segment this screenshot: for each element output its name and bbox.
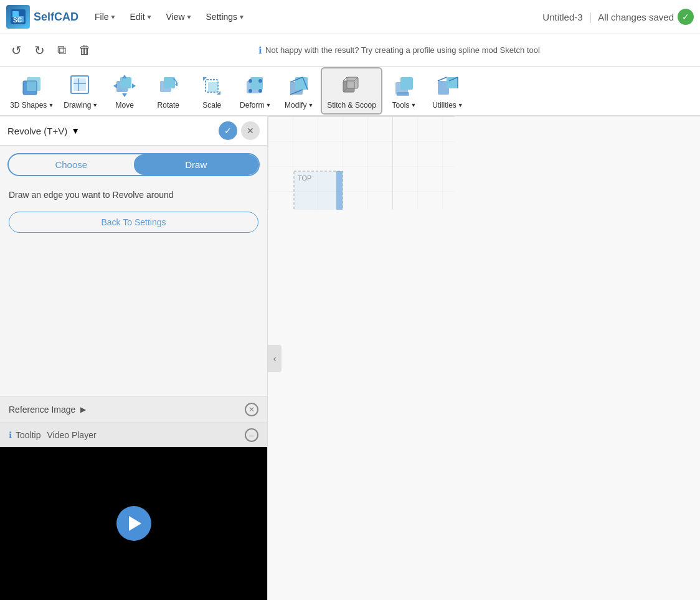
scale-icon (198, 72, 225, 100)
main-layout: Revolve (T+V) ▼ ✓ ✕ Choose Draw Draw an … (0, 116, 700, 600)
document-title: Untitled-3 (542, 12, 582, 22)
choose-button[interactable]: Choose (9, 154, 134, 175)
app-name: SelfCAD (34, 11, 78, 24)
scale-label: Scale (202, 101, 221, 110)
save-status: All changes saved ✓ (598, 9, 694, 25)
deform-label: Deform▼ (240, 101, 271, 110)
tool-3d-shapes[interactable]: 3D Shapes▼ (5, 67, 59, 115)
title-area: Untitled-3 | All changes saved ✓ (542, 9, 694, 25)
svg-rect-39 (447, 77, 458, 88)
drawing-icon (67, 72, 95, 100)
reference-image-expand-icon[interactable]: ▶ (80, 405, 86, 414)
svg-rect-16 (208, 82, 218, 92)
modify-icon (285, 72, 313, 100)
tool-tools[interactable]: Tools▼ (382, 67, 426, 115)
tool-drawing[interactable]: Drawing▼ (59, 67, 103, 115)
view-menu[interactable]: View ▼ (163, 9, 196, 24)
revolve-header: Revolve (T+V) ▼ ✓ ✕ (0, 116, 267, 146)
info-banner: ℹ Not happy with the result? Try creatin… (106, 45, 693, 56)
draw-instruction: Draw an edge you want to Revolve around (9, 189, 258, 202)
left-panel: Revolve (T+V) ▼ ✓ ✕ Choose Draw Draw an … (0, 116, 268, 600)
tooltip-minimize-button[interactable]: – (245, 428, 258, 442)
stitch-scoop-icon (338, 72, 366, 100)
title-divider: | (589, 11, 592, 24)
logo-area: SC SelfCAD (6, 5, 78, 29)
redo-button[interactable]: ↻ (31, 40, 49, 60)
revolve-title-area: Revolve (T+V) ▼ (7, 126, 80, 136)
svg-rect-8 (73, 78, 86, 91)
utilities-label: Utilities▼ (432, 101, 463, 110)
copy-button[interactable]: ⧉ (54, 40, 70, 60)
view-menu-arrow: ▼ (186, 14, 192, 21)
revolve-title: Revolve (T+V) (7, 126, 67, 136)
deform-icon (242, 72, 269, 100)
svg-point-22 (258, 89, 262, 93)
play-button[interactable] (116, 506, 151, 541)
svg-text:SC: SC (13, 17, 22, 24)
toolbar-row: ↺ ↻ ⧉ 🗑 ℹ Not happy with the result? Try… (0, 34, 700, 67)
info-icon: ℹ (258, 45, 262, 56)
drawing-label: Drawing▼ (64, 101, 98, 110)
rotate-icon (154, 72, 182, 100)
file-menu[interactable]: File ▼ (91, 9, 120, 24)
3d-shapes-icon (18, 72, 45, 100)
svg-point-21 (248, 89, 252, 93)
tool-move[interactable]: Move (103, 67, 146, 115)
tool-scale[interactable]: Scale (190, 67, 234, 115)
svg-line-40 (438, 77, 447, 81)
tool-rotate[interactable]: Rotate (146, 67, 190, 115)
svg-rect-18 (250, 77, 263, 90)
settings-menu-arrow: ▼ (239, 14, 245, 21)
tool-deform[interactable]: Deform▼ (234, 67, 277, 115)
rotate-label: Rotate (158, 101, 179, 110)
tools-icon (390, 72, 418, 100)
tools-label: Tools▼ (392, 101, 416, 110)
play-icon (129, 516, 141, 531)
undo-button[interactable]: ↺ (7, 40, 26, 60)
confirm-button[interactable]: ✓ (219, 121, 237, 140)
svg-rect-5 (27, 77, 40, 91)
3d-shapes-label: 3D Shapes▼ (10, 101, 54, 110)
tooltip-row: ℹ Tooltip Video Player – (0, 423, 267, 447)
reference-image-label: Reference Image (9, 405, 75, 415)
reference-image-row: Reference Image ▶ ✕ (0, 396, 267, 423)
save-check-icon: ✓ (678, 9, 694, 25)
svg-rect-37 (397, 92, 409, 96)
modify-label: Modify▼ (285, 101, 313, 110)
tooltip-left: ℹ Tooltip Video Player (9, 430, 97, 440)
video-player-area (0, 447, 267, 600)
svg-rect-46 (336, 171, 343, 210)
top-menu-bar: SC SelfCAD File ▼ Edit ▼ View ▼ Settings… (0, 0, 700, 34)
move-icon (111, 72, 138, 100)
stitch-scoop-label: Stitch & Scoop (327, 101, 376, 110)
video-player-label: Video Player (47, 430, 96, 440)
tool-stitch-scoop[interactable]: Stitch & Scoop (321, 67, 382, 115)
collapse-panel-button[interactable]: ‹ (268, 345, 281, 372)
file-menu-arrow: ▼ (110, 14, 116, 21)
revolve-dropdown-button[interactable]: ▼ (71, 126, 80, 136)
move-label: Move (116, 101, 134, 110)
svg-point-19 (248, 79, 252, 83)
tooltip-label: Tooltip (16, 430, 40, 440)
delete-button[interactable]: 🗑 (75, 40, 95, 60)
tool-utilities[interactable]: Utilities▼ (426, 67, 470, 115)
grid-canvas: TOP (268, 116, 455, 210)
icon-toolbar: 3D Shapes▼ Drawing▼ (0, 67, 700, 116)
svg-text:TOP: TOP (298, 174, 311, 182)
tooltip-info-icon: ℹ (9, 430, 12, 440)
settings-menu[interactable]: Settings ▼ (202, 9, 249, 24)
edit-menu[interactable]: Edit ▼ (126, 9, 156, 24)
cancel-button[interactable]: ✕ (241, 121, 260, 140)
svg-rect-12 (120, 77, 131, 88)
svg-line-32 (343, 77, 347, 81)
edit-menu-arrow: ▼ (146, 14, 153, 21)
revolve-actions: ✓ ✕ (219, 121, 260, 140)
draw-button[interactable]: Draw (134, 154, 259, 175)
utilities-icon (434, 72, 461, 100)
back-to-settings-button[interactable]: Back To Settings (9, 212, 258, 233)
canvas-area[interactable]: ‹ TOP (268, 116, 700, 600)
svg-rect-36 (400, 77, 413, 90)
tool-modify[interactable]: Modify▼ (277, 67, 321, 115)
choose-draw-toggle: Choose Draw (7, 153, 260, 176)
reference-image-close-button[interactable]: ✕ (245, 403, 258, 416)
